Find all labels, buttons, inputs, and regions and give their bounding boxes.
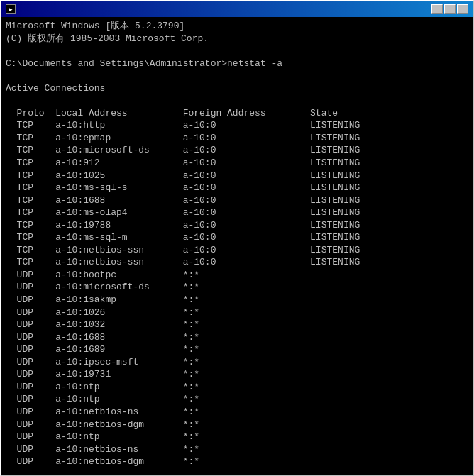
close-button[interactable] (457, 4, 468, 14)
terminal-line: Active Connections (6, 82, 468, 95)
terminal-line: UDP a-10:ntp *:* (6, 431, 468, 443)
terminal-line: TCP a-10:epmap a-10:0 LISTENING (6, 132, 468, 145)
title-bar-left: ▶ (6, 4, 20, 14)
terminal-line (6, 94, 468, 107)
terminal-line: UDP a-10:netbios-dgm *:* (6, 419, 468, 431)
terminal-line: UDP a-10:1032 *:* (6, 319, 468, 331)
terminal-line: TCP a-10:ms-sql-s a-10:0 LISTENING (6, 182, 468, 194)
window-controls (431, 4, 468, 14)
minimize-button[interactable] (431, 4, 443, 14)
maximize-button[interactable] (444, 4, 456, 14)
terminal-line (6, 45, 468, 57)
terminal-line: (C) 版权所有 1985-2003 Microsoft Corp. (6, 33, 468, 45)
app-icon: ▶ (6, 4, 16, 14)
terminal-output: Microsoft Windows [版本 5.2.3790](C) 版权所有 … (6, 20, 468, 475)
terminal-body: Microsoft Windows [版本 5.2.3790](C) 版权所有 … (1, 17, 473, 475)
terminal-line: UDP a-10:ntp *:* (6, 381, 468, 394)
terminal-line: UDP a-10:isakmp *:* (6, 294, 468, 306)
terminal-line: UDP a-10:netbios-ns *:* (6, 406, 468, 419)
terminal-line: UDP a-10:ntp *:* (6, 393, 468, 406)
terminal-line: TCP a-10:microsoft-ds a-10:0 LISTENING (6, 144, 468, 157)
terminal-line: TCP a-10:http a-10:0 LISTENING (6, 119, 468, 132)
terminal-line: TCP a-10:ms-sql-m a-10:0 LISTENING (6, 231, 468, 244)
terminal-line: UDP a-10:netbios-dgm *:* (6, 455, 468, 468)
terminal-line: Proto Local Address Foreign Address Stat… (6, 107, 468, 120)
terminal-line: TCP a-10:19788 a-10:0 LISTENING (6, 219, 468, 232)
terminal-line: UDP a-10:19731 *:* (6, 368, 468, 381)
terminal-line: C:\Documents and Settings\Administrator>… (6, 57, 468, 70)
terminal-line: TCP a-10:1688 a-10:0 LISTENING (6, 194, 468, 207)
terminal-line (6, 70, 468, 82)
terminal-line: UDP a-10:ipsec-msft *:* (6, 356, 468, 369)
terminal-line: TCP a-10:912 a-10:0 LISTENING (6, 157, 468, 170)
cmd-window: ▶ Microsoft Windows [版本 5.2.3790](C) 版权所… (0, 0, 474, 476)
terminal-line: UDP a-10:1026 *:* (6, 306, 468, 319)
terminal-line: UDP a-10:netbios-ns *:* (6, 443, 468, 456)
terminal-line: UDP a-10:bootpc *:* (6, 269, 468, 282)
terminal-line: TCP a-10:ms-olap4 a-10:0 LISTENING (6, 206, 468, 219)
terminal-line: Microsoft Windows [版本 5.2.3790] (6, 20, 468, 33)
terminal-line: TCP a-10:netbios-ssn a-10:0 LISTENING (6, 244, 468, 257)
terminal-line: TCP a-10:netbios-ssn a-10:0 LISTENING (6, 256, 468, 269)
terminal-line: UDP a-10:1689 *:* (6, 343, 468, 356)
terminal-line: UDP a-10:microsoft-ds *:* (6, 281, 468, 294)
terminal-line: TCP a-10:1025 a-10:0 LISTENING (6, 170, 468, 182)
terminal-line (6, 468, 468, 475)
title-bar: ▶ (1, 1, 473, 17)
terminal-line: UDP a-10:1688 *:* (6, 331, 468, 344)
